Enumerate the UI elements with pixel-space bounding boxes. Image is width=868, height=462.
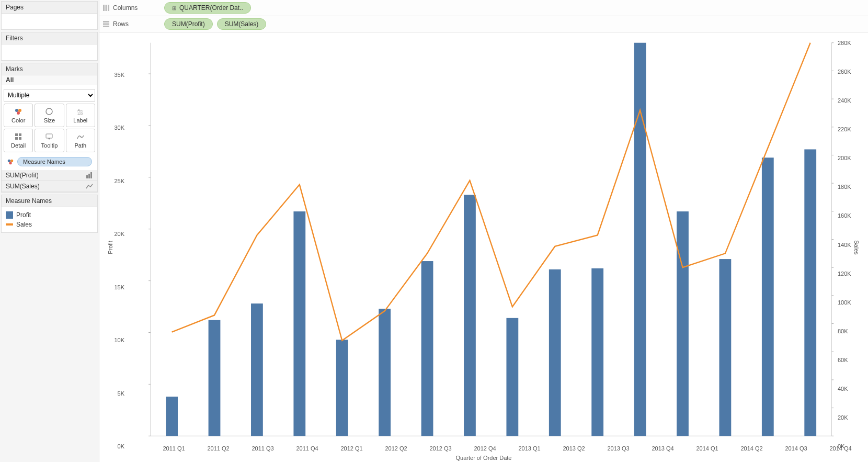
legend-card: Measure Names Profit Sales (1, 195, 98, 233)
svg-rect-15 (88, 174, 90, 178)
marks-header: Marks (2, 63, 97, 75)
x-tick: 2014 Q4 (829, 445, 851, 452)
y-right-tick: 160K (838, 212, 858, 219)
size-icon (45, 107, 53, 116)
y-left-tick: 35K (110, 72, 124, 78)
mark-tooltip-button[interactable]: Tooltip (35, 129, 64, 152)
measure-names-pill[interactable]: Measure Names (17, 157, 92, 166)
y-right-tick: 180K (838, 184, 858, 190)
svg-text:123: 123 (77, 112, 83, 115)
x-tick: 2014 Q3 (785, 445, 807, 452)
svg-point-2 (17, 111, 20, 115)
bar-2012 Q4[interactable] (464, 195, 476, 436)
main-area: Columns ⊞ QUARTER(Order Dat.. Rows SUM(P… (99, 0, 868, 462)
x-tick: 2011 Q2 (207, 445, 229, 452)
mark-label-button[interactable]: Abc123 Label (66, 104, 95, 127)
color-icon (14, 107, 22, 116)
y-left-tick: 10K (110, 337, 124, 343)
filters-header: Filters (2, 32, 97, 44)
svg-rect-17 (103, 5, 105, 11)
bar-2011 Q4[interactable] (293, 211, 305, 436)
svg-rect-16 (90, 172, 92, 178)
rows-shelf[interactable]: Rows SUM(Profit) SUM(Sales) (99, 16, 868, 32)
svg-rect-22 (103, 26, 109, 27)
sum-sales-row[interactable]: SUM(Sales) (2, 181, 97, 192)
marks-card: Marks All Multiple Color Size Abc (1, 63, 98, 193)
bar-2014 Q4[interactable] (804, 149, 816, 436)
x-tick: 2012 Q2 (385, 445, 407, 452)
svg-rect-14 (86, 175, 88, 178)
mark-detail-button[interactable]: Detail (4, 129, 33, 152)
svg-rect-7 (19, 133, 21, 136)
bar-2013 Q2[interactable] (549, 269, 561, 436)
x-tick: 2014 Q2 (740, 445, 762, 452)
bar-2013 Q4[interactable] (634, 43, 646, 436)
color-legend-icon (7, 158, 14, 165)
y-right-tick: 200K (838, 155, 858, 161)
bar-2012 Q3[interactable] (421, 261, 433, 436)
y-right-tick: 120K (838, 271, 858, 277)
marks-type-select[interactable]: Multiple (4, 89, 95, 102)
bar-2012 Q1[interactable] (336, 340, 348, 436)
mark-color-button[interactable]: Color (4, 104, 33, 127)
svg-rect-6 (15, 133, 18, 136)
legend-sales[interactable]: Sales (6, 220, 93, 229)
svg-point-0 (15, 109, 18, 112)
x-axis-label: Quarter of Order Date (456, 455, 512, 461)
svg-point-13 (9, 162, 12, 164)
bar-2011 Q1[interactable] (166, 397, 178, 436)
line-chart-icon (86, 183, 93, 189)
x-tick: 2012 Q3 (429, 445, 451, 452)
x-tick: 2013 Q4 (652, 445, 673, 452)
y-right-tick: 220K (838, 126, 858, 132)
bar-2014 Q2[interactable] (719, 259, 732, 436)
profit-swatch (6, 211, 13, 219)
y-right-tick: 80K (838, 328, 858, 334)
tooltip-icon (45, 132, 53, 141)
y-right-tick: 20K (838, 414, 858, 421)
svg-rect-20 (103, 21, 109, 22)
columns-icon (102, 4, 110, 12)
svg-rect-10 (46, 134, 52, 138)
rows-icon (102, 20, 110, 28)
chart-area[interactable]: Profit Sales Quarter of Order Date 0K5K1… (99, 32, 868, 462)
svg-rect-18 (106, 5, 107, 11)
sum-profit-row[interactable]: SUM(Profit) (2, 170, 97, 181)
expand-icon: ⊞ (172, 5, 176, 11)
bar-2014 Q1[interactable] (677, 211, 689, 436)
pages-body[interactable] (2, 14, 97, 29)
svg-point-11 (8, 160, 10, 162)
y-left-tick: 25K (110, 178, 124, 184)
mark-size-button[interactable]: Size (35, 104, 64, 127)
svg-point-1 (18, 109, 21, 112)
y-right-tick: 240K (838, 97, 858, 104)
bar-2013 Q1[interactable] (506, 318, 518, 436)
bar-2014 Q3[interactable] (762, 157, 774, 436)
bar-2012 Q2[interactable] (379, 309, 391, 436)
x-tick: 2014 Q1 (696, 445, 718, 452)
y-left-tick: 5K (110, 390, 124, 397)
rows-pill-sales[interactable]: SUM(Sales) (217, 18, 267, 30)
legend-header: Measure Names (2, 195, 97, 207)
x-tick: 2013 Q2 (563, 445, 585, 452)
y-left-tick: 20K (110, 231, 124, 237)
bar-2013 Q3[interactable] (591, 268, 603, 436)
bar-2011 Q3[interactable] (251, 303, 263, 436)
legend-profit[interactable]: Profit (6, 210, 93, 220)
sidebar: Pages Filters Marks All Multiple Color (0, 0, 99, 462)
bar-2011 Q2[interactable] (209, 320, 221, 436)
sales-line[interactable] (172, 43, 810, 341)
mark-path-button[interactable]: Path (66, 129, 95, 152)
marks-all[interactable]: All (2, 75, 97, 85)
pages-header: Pages (2, 2, 97, 14)
y-left-tick: 0K (110, 443, 124, 449)
y-right-tick: 260K (838, 69, 858, 75)
path-icon (76, 132, 85, 141)
x-tick: 2013 Q3 (607, 445, 629, 452)
rows-pill-profit[interactable]: SUM(Profit) (164, 18, 213, 30)
columns-pill-quarter[interactable]: ⊞ QUARTER(Order Dat.. (164, 2, 251, 14)
columns-shelf[interactable]: Columns ⊞ QUARTER(Order Dat.. (99, 0, 868, 16)
y-right-tick: 60K (838, 357, 858, 363)
bar-chart-icon (86, 172, 93, 178)
filters-body[interactable] (2, 44, 97, 60)
